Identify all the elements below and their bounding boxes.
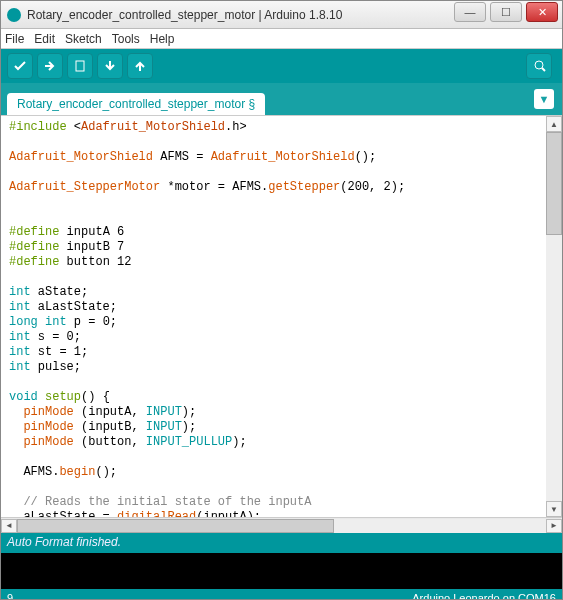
menu-file[interactable]: File: [5, 32, 24, 46]
sketch-tab[interactable]: Rotary_encoder_controlled_stepper_motor …: [7, 93, 265, 115]
menu-edit[interactable]: Edit: [34, 32, 55, 46]
minimize-button[interactable]: —: [454, 2, 486, 22]
scroll-right-button[interactable]: ►: [546, 519, 562, 533]
footer-line-number: 9: [7, 592, 13, 600]
menu-sketch[interactable]: Sketch: [65, 32, 102, 46]
console-output[interactable]: [1, 553, 562, 589]
save-button[interactable]: [127, 53, 153, 79]
menu-tools[interactable]: Tools: [112, 32, 140, 46]
menu-bar: File Edit Sketch Tools Help: [1, 29, 562, 49]
upload-button[interactable]: [37, 53, 63, 79]
close-button[interactable]: ✕: [526, 2, 558, 22]
window-titlebar: Rotary_encoder_controlled_stepper_motor …: [1, 1, 562, 29]
vertical-scrollbar[interactable]: ▲ ▼: [546, 116, 562, 517]
scroll-left-button[interactable]: ◄: [1, 519, 17, 533]
new-button[interactable]: [67, 53, 93, 79]
serial-monitor-button[interactable]: [526, 53, 552, 79]
app-icon: [7, 8, 21, 22]
window-controls: — ☐ ✕: [454, 1, 562, 28]
svg-rect-0: [76, 61, 84, 71]
toolbar: [1, 49, 562, 83]
verify-button[interactable]: [7, 53, 33, 79]
window-title: Rotary_encoder_controlled_stepper_motor …: [27, 8, 454, 22]
scroll-thumb[interactable]: [546, 132, 562, 235]
open-button[interactable]: [97, 53, 123, 79]
scroll-track[interactable]: [546, 132, 562, 501]
menu-help[interactable]: Help: [150, 32, 175, 46]
scroll-up-button[interactable]: ▲: [546, 116, 562, 132]
code-editor[interactable]: #include <Adafruit_MotorShield.h> Adafru…: [1, 116, 562, 517]
hscroll-thumb[interactable]: [17, 519, 334, 533]
status-message: Auto Format finished.: [1, 533, 562, 553]
footer-bar: 9 Arduino Leonardo on COM16: [1, 589, 562, 600]
svg-point-1: [535, 61, 543, 69]
tab-menu-button[interactable]: ▼: [534, 89, 554, 109]
horizontal-scrollbar[interactable]: ◄ ►: [1, 517, 562, 533]
hscroll-track[interactable]: [17, 519, 546, 533]
scroll-down-button[interactable]: ▼: [546, 501, 562, 517]
tab-bar: Rotary_encoder_controlled_stepper_motor …: [1, 83, 562, 115]
footer-board-info: Arduino Leonardo on COM16: [412, 592, 556, 600]
maximize-button[interactable]: ☐: [490, 2, 522, 22]
editor-area: #include <Adafruit_MotorShield.h> Adafru…: [1, 115, 562, 533]
